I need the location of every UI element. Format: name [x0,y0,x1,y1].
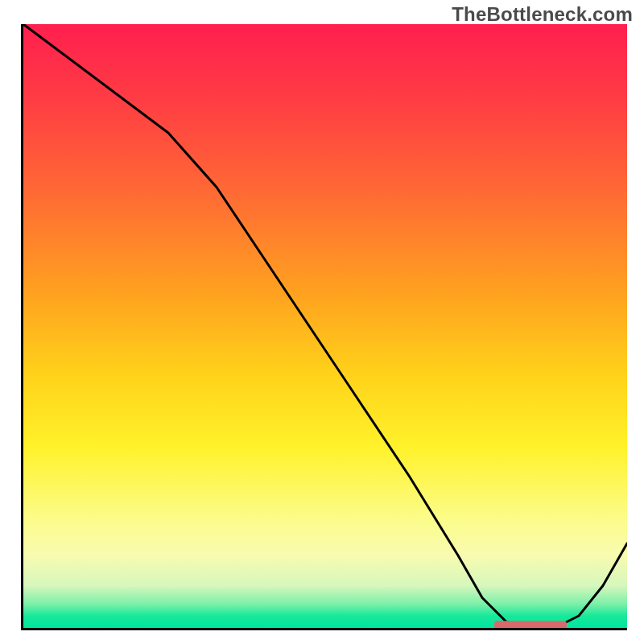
bottleneck-curve [23,24,627,628]
watermark-label: TheBottleneck.com [452,3,633,26]
optimal-band-marker [494,621,567,628]
chart-overlay [23,24,627,628]
chart-stage: TheBottleneck.com [0,0,644,644]
plot-area [21,24,627,630]
